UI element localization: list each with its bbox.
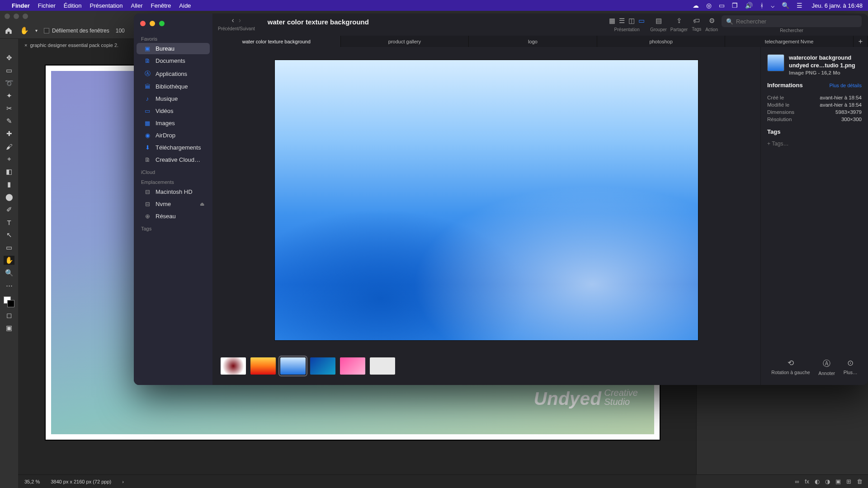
share-button[interactable]: ⇪	[676, 17, 682, 25]
thumbnail[interactable]	[221, 357, 246, 375]
wifi-icon[interactable]: ⌵	[771, 2, 774, 9]
icon-view-icon[interactable]: ▦	[609, 17, 615, 25]
brush-tool-icon[interactable]: 🖌	[4, 142, 14, 151]
fx-icon[interactable]: fx	[805, 478, 809, 485]
tab-nvme[interactable]: telechargement Nvme	[725, 36, 854, 47]
close-icon[interactable]	[5, 14, 10, 19]
menu-help[interactable]: Aide	[179, 2, 191, 9]
close-icon[interactable]: ×	[24, 42, 27, 48]
sidebar-item-videos[interactable]: ▭Vidéos	[137, 105, 210, 117]
screenmode-icon[interactable]: ▣	[4, 324, 14, 333]
trash-icon[interactable]: 🗑	[857, 478, 863, 485]
path-tool-icon[interactable]: ↖	[4, 230, 14, 239]
minimize-icon[interactable]	[150, 21, 155, 26]
heal-tool-icon[interactable]: ✚	[4, 129, 14, 138]
sidebar-item-desktop[interactable]: ▣Bureau	[137, 43, 210, 54]
mask-icon[interactable]: ◐	[815, 478, 820, 485]
status-icon[interactable]: ❐	[732, 2, 738, 9]
column-view-icon[interactable]: ◫	[628, 17, 635, 25]
blur-tool-icon[interactable]: ⬤	[4, 192, 14, 202]
sidebar-item-downloads[interactable]: ⬇Téléchargements	[137, 142, 210, 153]
shape-tool-icon[interactable]: ▭	[4, 243, 14, 252]
tab-watercolor[interactable]: water color texture background	[212, 36, 341, 47]
volume-icon[interactable]: 🔊	[745, 2, 753, 9]
adjustment-icon[interactable]: ◑	[825, 478, 830, 485]
rotate-left-button[interactable]: ⟲Rotation à gauche	[771, 358, 810, 376]
sidebar-item-nvme[interactable]: ⊟Nvme⏏	[137, 198, 210, 210]
wand-tool-icon[interactable]: ✦	[4, 91, 14, 100]
bluetooth-icon[interactable]: ᚼ	[760, 2, 764, 9]
tags-button[interactable]: 🏷	[693, 17, 700, 24]
close-icon[interactable]	[140, 21, 146, 26]
crop-tool-icon[interactable]: ✂	[4, 104, 14, 113]
preview-image[interactable]	[274, 60, 698, 341]
lasso-tool-icon[interactable]: ➰	[4, 79, 14, 88]
list-view-icon[interactable]: ☰	[619, 17, 625, 25]
home-icon[interactable]	[5, 27, 14, 35]
menu-view[interactable]: Présentation	[90, 2, 123, 9]
gallery-view-icon[interactable]: ▭	[638, 17, 645, 25]
new-layer-icon[interactable]: ⊞	[846, 478, 851, 485]
maximize-icon[interactable]	[159, 21, 165, 26]
forward-button[interactable]: ›	[239, 16, 241, 24]
status-icon[interactable]: ◎	[706, 2, 712, 9]
stamp-tool-icon[interactable]: ⌖	[4, 155, 14, 164]
annotate-button[interactable]: ⒶAnnoter	[818, 358, 835, 376]
hand-tool-icon[interactable]: ✋	[20, 26, 29, 35]
hand-tool-icon[interactable]: ✋	[4, 256, 14, 265]
edit-toolbar-icon[interactable]: ⋯	[4, 281, 14, 290]
zoom-value[interactable]: 100	[116, 28, 125, 34]
back-button[interactable]: ‹	[232, 16, 234, 24]
thumbnail[interactable]	[340, 357, 365, 375]
thumbnail[interactable]	[250, 357, 276, 375]
gradient-tool-icon[interactable]: ▮	[4, 180, 14, 189]
tab-photoshop[interactable]: photoshop	[597, 36, 726, 47]
sidebar-item-library[interactable]: 🏛Bibliothèque	[137, 81, 210, 92]
zoom-tool-icon[interactable]: 🔍	[4, 268, 14, 277]
chevron-right-icon[interactable]: ›	[122, 479, 124, 484]
spotlight-icon[interactable]: 🔍	[782, 2, 789, 9]
link-icon[interactable]: ∞	[795, 478, 799, 485]
new-tab-button[interactable]: +	[854, 36, 868, 47]
more-actions-button[interactable]: ⊙Plus…	[844, 358, 858, 376]
menu-file[interactable]: Fichier	[38, 2, 56, 9]
ps-document-tab[interactable]: × graphic designer essential pack copie …	[21, 39, 122, 52]
more-details-link[interactable]: Plus de détails	[829, 83, 862, 88]
action-button[interactable]: ⚙	[709, 17, 715, 25]
sidebar-item-creativecloud[interactable]: 🗎Creative Cloud…	[137, 154, 210, 165]
status-icon[interactable]: ☁	[693, 2, 699, 9]
menu-edit[interactable]: Édition	[64, 2, 82, 9]
menu-go[interactable]: Aller	[131, 2, 143, 9]
maximize-icon[interactable]	[23, 14, 28, 19]
minimize-icon[interactable]	[14, 14, 19, 19]
sidebar-item-images[interactable]: ▦Images	[137, 117, 210, 129]
dropdown-icon[interactable]: ▾	[35, 28, 38, 33]
eject-icon[interactable]: ⏏	[200, 201, 204, 207]
control-center-icon[interactable]: ☰	[797, 2, 802, 9]
folder-icon[interactable]: ▣	[835, 478, 841, 485]
sidebar-item-macintoshhd[interactable]: ⊟Macintosh HD	[137, 186, 210, 197]
eraser-tool-icon[interactable]: ◧	[4, 167, 14, 176]
type-tool-icon[interactable]: T	[4, 218, 14, 227]
quickmask-icon[interactable]: ◻	[4, 311, 14, 320]
pen-tool-icon[interactable]: ✐	[4, 205, 14, 214]
search-input[interactable]	[736, 18, 857, 25]
marquee-tool-icon[interactable]: ▭	[4, 66, 14, 75]
tab-logo[interactable]: logo	[469, 36, 597, 47]
eyedropper-tool-icon[interactable]: ✎	[4, 117, 14, 126]
sidebar-item-airdrop[interactable]: ◉AirDrop	[137, 130, 210, 141]
search-field[interactable]: 🔍	[722, 15, 862, 27]
menubar-clock[interactable]: Jeu. 6 janv. à 16:48	[811, 2, 863, 9]
group-button[interactable]: ▤	[656, 17, 662, 25]
menu-window[interactable]: Fenêtre	[151, 2, 171, 9]
color-swatches[interactable]	[4, 296, 14, 307]
move-tool-icon[interactable]: ✥	[4, 53, 14, 62]
thumbnail[interactable]	[370, 357, 395, 375]
status-zoom[interactable]: 35,2 %	[24, 479, 40, 484]
thumbnail[interactable]	[310, 357, 335, 375]
tags-field[interactable]: + Tags…	[767, 141, 862, 147]
scroll-windows-checkbox[interactable]: Défilement des fenêtres	[44, 28, 109, 34]
sidebar-item-documents[interactable]: 🗎Documents	[137, 55, 210, 66]
sidebar-item-applications[interactable]: ⒶApplications	[137, 67, 210, 80]
sidebar-item-network[interactable]: ⊕Réseau	[137, 211, 210, 222]
